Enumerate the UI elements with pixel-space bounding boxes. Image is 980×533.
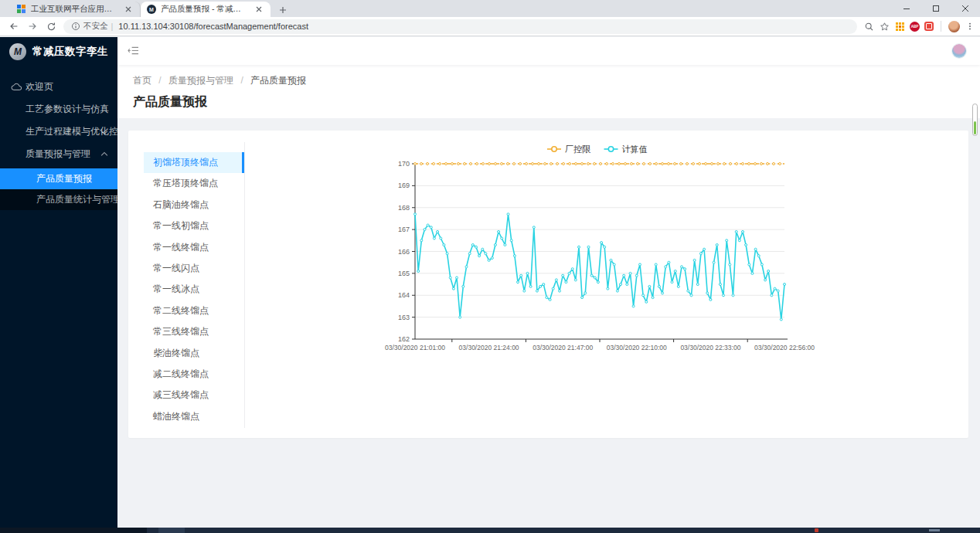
sidebar-item-label: 质量预报与管理 <box>26 148 90 161</box>
browser-tab-store[interactable]: 工业互联网平台应用商店 <box>11 2 141 17</box>
forecast-card: 初馏塔顶终馏点常压塔顶终馏点石脑油终馏点常一线初馏点常一线终馏点常一线闪点常一线… <box>128 131 968 438</box>
back-icon[interactable] <box>5 18 23 35</box>
browser-menu-icon[interactable] <box>965 21 975 32</box>
sidebar: M 常减压数字孪生 欢迎页 工艺参数设计与仿真 生产过程建模与优化控制 质量预报… <box>0 37 117 528</box>
window-minimize-button[interactable] <box>892 0 921 17</box>
toolbar-divider <box>941 21 941 32</box>
taskbar-left-segment <box>0 528 147 533</box>
store-favicon-icon <box>17 5 26 14</box>
window-controls <box>892 0 980 17</box>
svg-text:168: 168 <box>398 204 410 212</box>
sidebar-submenu: 产品质量预报 产品质量统计与管理 <box>0 168 117 210</box>
quality-tab-8[interactable]: 常三线终馏点 <box>144 321 244 342</box>
breadcrumb-separator: / <box>240 75 243 86</box>
quality-tab-2[interactable]: 石脑油终馏点 <box>144 195 244 216</box>
address-bar[interactable]: 不安全 | 10.11.13.104:30108/forecastManagem… <box>63 19 857 34</box>
browser-tab-forecast[interactable]: M 产品质量预报 - 常减压数字孪生 <box>141 2 271 17</box>
svg-text:167: 167 <box>398 226 410 233</box>
taskbar-app-button[interactable] <box>158 528 185 533</box>
legend-item-0[interactable]: 厂控限 <box>547 144 591 154</box>
forward-icon[interactable] <box>23 18 42 35</box>
sidebar-item-production-modeling[interactable]: 生产过程建模与优化控制 <box>0 121 117 143</box>
svg-text:166: 166 <box>398 248 410 256</box>
svg-text:03/30/2020 22:10:00: 03/30/2020 22:10:00 <box>607 344 667 351</box>
quality-tab-4[interactable]: 常一线终馏点 <box>144 237 244 258</box>
browser-toolbar: 不安全 | 10.11.13.104:30108/forecastManagem… <box>0 17 980 36</box>
page-header: 首页 / 质量预报与管理 / 产品质量预报 产品质量预报 <box>117 65 980 118</box>
series-limit-line <box>414 163 785 165</box>
security-label: 不安全 <box>83 21 108 32</box>
sidebar-item-product-quality-forecast[interactable]: 产品质量预报 <box>0 168 117 189</box>
tabs-divider <box>244 142 245 428</box>
svg-text:03/30/2020 21:24:00: 03/30/2020 21:24:00 <box>459 344 519 351</box>
menu-fold-icon[interactable] <box>128 46 139 56</box>
main-area: 首页 / 质量预报与管理 / 产品质量预报 产品质量预报 初馏塔顶终馏点常压塔顶… <box>117 37 980 528</box>
quality-tab-6[interactable]: 常一线冰点 <box>144 279 244 300</box>
user-avatar[interactable] <box>952 44 966 58</box>
omnibox-divider: | <box>111 22 114 31</box>
window-maximize-button[interactable] <box>921 0 951 17</box>
page-title: 产品质量预报 <box>133 93 961 110</box>
window-close-button[interactable] <box>951 0 980 17</box>
sidebar-item-welcome[interactable]: 欢迎页 <box>0 76 117 98</box>
legend-item-1[interactable]: 计算值 <box>604 144 648 154</box>
breadcrumb-current: 产品质量预报 <box>250 75 306 86</box>
svg-text:163: 163 <box>398 314 410 321</box>
tab-title: 工业互联网平台应用商店 <box>31 4 118 15</box>
app-logo-icon: M <box>9 43 26 60</box>
app-window: M 常减压数字孪生 欢迎页 工艺参数设计与仿真 生产过程建模与优化控制 质量预报… <box>0 37 980 528</box>
app-title: 常减压数字孪生 <box>32 45 108 59</box>
tab-title: 产品质量预报 - 常减压数字孪生 <box>161 4 249 15</box>
sidebar-item-quality-stats[interactable]: 产品质量统计与管理 <box>0 189 117 210</box>
toolbar-icons: ABP <box>863 21 975 32</box>
page-scrollbar[interactable] <box>972 104 978 136</box>
quality-tab-3[interactable]: 常一线初馏点 <box>144 216 244 236</box>
app-logo[interactable]: M 常减压数字孪生 <box>0 37 117 66</box>
extension-grid-icon[interactable] <box>894 21 905 32</box>
breadcrumb-home[interactable]: 首页 <box>133 75 151 86</box>
new-tab-button[interactable] <box>274 3 292 17</box>
quality-tab-11[interactable]: 减三线终馏点 <box>144 385 244 406</box>
svg-text:03/30/2020 21:47:00: 03/30/2020 21:47:00 <box>533 344 593 351</box>
quality-tab-7[interactable]: 常二线终馏点 <box>144 300 244 321</box>
adblock-extension-icon[interactable]: ABP <box>910 22 920 32</box>
taskbar-red-icon[interactable] <box>815 528 818 532</box>
breadcrumb-separator: / <box>158 75 161 86</box>
tab-close-icon[interactable] <box>254 4 264 15</box>
svg-text:03/30/2020 22:33:00: 03/30/2020 22:33:00 <box>680 344 740 351</box>
browser-tab-strip: 工业互联网平台应用商店 M 产品质量预报 - 常减压数字孪生 <box>0 0 980 17</box>
sidebar-item-label: 欢迎页 <box>26 80 53 93</box>
taskbar-tray-icons[interactable] <box>929 529 940 531</box>
quality-tab-9[interactable]: 柴油终馏点 <box>144 343 244 364</box>
top-header <box>117 37 980 65</box>
sidebar-item-label: 工艺参数设计与仿真 <box>26 103 109 116</box>
forecast-line-chart: 16216316416516616716816917003/30/2020 21… <box>388 140 821 364</box>
svg-text:164: 164 <box>398 291 410 299</box>
svg-text:162: 162 <box>398 335 410 343</box>
quality-point-tabs: 初馏塔顶终馏点常压塔顶终馏点石脑油终馏点常一线初馏点常一线终馏点常一线闪点常一线… <box>144 152 244 427</box>
cloud-icon <box>11 82 22 91</box>
zoom-icon[interactable] <box>863 21 874 32</box>
refresh-icon[interactable] <box>42 18 60 35</box>
sidebar-item-process-design[interactable]: 工艺参数设计与仿真 <box>0 98 117 121</box>
quality-tab-10[interactable]: 减二线终馏点 <box>144 364 244 385</box>
sidebar-item-label: 产品质量预报 <box>36 172 92 185</box>
quality-tab-5[interactable]: 常一线闪点 <box>144 258 244 279</box>
info-icon[interactable] <box>71 22 80 31</box>
quality-tab-1[interactable]: 常压塔顶终馏点 <box>144 173 244 194</box>
quality-tab-12[interactable]: 蜡油终馏点 <box>144 406 244 427</box>
sidebar-item-label: 产品质量统计与管理 <box>36 193 120 206</box>
url-text: 10.11.13.104:30108/forecastManagement/fo… <box>118 22 308 31</box>
scrollbar-thumb[interactable] <box>974 121 976 134</box>
red-extension-icon[interactable] <box>924 22 934 31</box>
bookmark-star-icon[interactable] <box>879 21 890 32</box>
browser-profile-avatar[interactable] <box>948 21 960 32</box>
tab-close-icon[interactable] <box>123 4 134 15</box>
svg-text:170: 170 <box>398 160 410 168</box>
quality-tab-0[interactable]: 初馏塔顶终馏点 <box>144 152 244 173</box>
sidebar-item-label: 生产过程建模与优化控制 <box>26 125 128 138</box>
breadcrumb: 首页 / 质量预报与管理 / 产品质量预报 <box>133 74 961 87</box>
os-taskbar[interactable] <box>0 528 980 533</box>
breadcrumb-quality-management[interactable]: 质量预报与管理 <box>168 75 233 86</box>
sidebar-item-quality-forecast-group[interactable]: 质量预报与管理 <box>0 143 117 165</box>
